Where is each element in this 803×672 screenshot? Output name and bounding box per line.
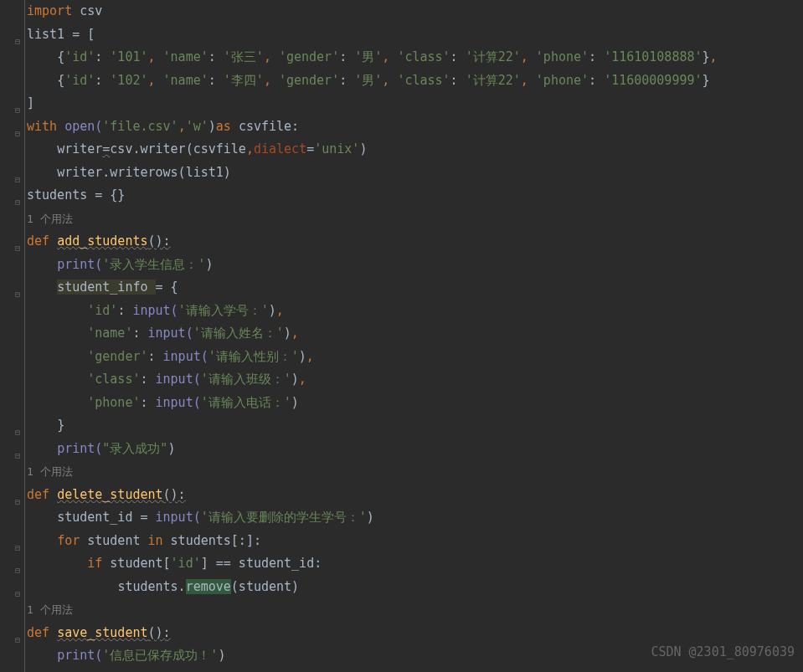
token: 'phone' [536,73,589,88]
fold-icon[interactable]: ⊟ [15,628,20,652]
code-line[interactable]: print("录入成功") [27,438,803,461]
token: { [57,73,64,88]
token: delete_student [57,487,162,502]
token: : [148,349,163,364]
code-line[interactable]: 'name': input('请输入姓名：'), [27,322,803,346]
code-line[interactable]: 1 个用法 [27,598,803,622]
code-editor[interactable]: ⊟⊟⊟⊟⊟⊟⊟⊟⊟⊟⊟⊟⊟⊟ import csvlist1 = [ {'id'… [0,0,803,672]
token: input( [148,326,193,341]
token: print( [57,648,102,663]
token: 1 个用法 [27,213,73,225]
token: ) [284,326,291,341]
code-line[interactable]: writer=csv.writer(csvfile,dialect='unix'… [27,138,803,162]
token: input( [156,395,201,410]
token: '11600009999' [604,73,702,88]
code-line[interactable]: 'id': input('请输入学号：'), [27,300,803,323]
token: remove [186,579,231,594]
token: 'gender' [87,349,147,364]
token: input( [163,349,208,364]
fold-icon[interactable]: ⊟ [15,237,20,260]
token: : [589,73,604,88]
fold-icon[interactable]: ⊟ [15,283,20,306]
token: input( [156,510,201,525]
token: , [291,326,299,341]
token: , [276,303,284,318]
fold-icon[interactable]: ⊟ [15,122,20,146]
code-line[interactable]: def add_students(): [27,230,803,254]
code-line[interactable]: if student['id'] == student_id: [27,552,803,576]
token: , [710,49,718,64]
token: '男' [354,73,382,88]
token: '张三' [224,49,264,64]
token: 'class' [397,73,450,88]
token: 'gender' [279,49,339,64]
code-line[interactable]: 1 个用法 [27,460,803,484]
code-line[interactable]: } [27,414,803,438]
fold-icon[interactable]: ⊟ [15,536,20,560]
fold-icon[interactable]: ⊟ [15,30,20,54]
fold-icon[interactable]: ⊟ [15,99,20,122]
token: , [246,141,254,156]
fold-icon[interactable]: ⊟ [15,421,20,444]
code-line[interactable]: student_info = { [27,276,803,300]
token: students[:]: [171,533,261,548]
token: '请输入学号：' [178,303,269,318]
fold-icon[interactable]: ⊟ [15,582,20,606]
token: 'gender' [279,73,339,88]
fold-icon[interactable]: ⊟ [15,490,20,514]
code-line[interactable]: writer.writerows(list1) [27,162,803,185]
code-line[interactable]: for student in students[:]: [27,530,803,553]
token: '计算22' [466,73,521,88]
fold-icon[interactable]: ⊟ [15,168,20,192]
token: import [27,3,80,18]
fold-icon[interactable]: ⊟ [15,559,20,582]
token: '11610108888' [604,49,702,64]
code-line[interactable]: import csv [27,0,803,23]
token: , [299,372,306,387]
code-line[interactable]: 'class': input('请输入班级：'), [27,368,803,392]
token: , [148,49,163,64]
fold-icon[interactable]: ⊟ [15,444,20,468]
token: ) [299,349,306,364]
code-line[interactable]: def delete_student(): [27,484,803,507]
token: writer [57,141,102,156]
token: } [703,73,710,88]
code-line[interactable]: students.remove(student) [27,576,803,599]
token: 'unix' [314,141,359,156]
code-line[interactable]: 1 个用法 [27,208,803,231]
token: { [57,49,64,64]
fold-icon[interactable]: ⊟ [15,191,20,214]
token: 'id' [171,556,201,571]
code-line[interactable]: list1 = [ [27,23,803,47]
token: '信息已保存成功！' [102,648,218,663]
token: : [140,395,155,410]
token: 1 个用法 [27,465,73,478]
token: , [382,49,397,64]
code-line[interactable]: ] [27,92,803,115]
token: 'id' [87,303,117,318]
code-line[interactable]: students = {} [27,184,803,208]
code-line[interactable]: 'phone': input('请输入电话：') [27,392,803,415]
code-line[interactable]: 'gender': input('请输入性别：'), [27,346,803,369]
token: : [208,49,224,64]
token: '请输入姓名：' [193,326,284,341]
token: students = {} [27,187,125,203]
token: student_id = [57,510,155,525]
code-line[interactable]: student_id = input('请输入要删除的学生学号：') [27,506,803,530]
watermark: CSDN @2301_80976039 [651,641,795,664]
code-line[interactable]: {'id': '102', 'name': '李四', 'gender': '男… [27,69,803,93]
token: (): [163,487,186,502]
token: 'w' [186,119,208,134]
token: ) [367,510,374,525]
token: def [27,233,57,249]
token: student_info [57,280,155,295]
token: : [140,372,155,387]
code-line[interactable]: {'id': '101', 'name': '张三', 'gender': '男… [27,46,803,69]
token: , [521,73,536,88]
code-line[interactable]: print('录入学生信息：') [27,254,803,277]
token: 'phone' [87,395,140,410]
token: ] [27,95,34,110]
code-area[interactable]: import csvlist1 = [ {'id': '101', 'name'… [25,0,803,672]
token: for [57,533,87,548]
code-line[interactable]: with open('file.csv','w')as csvfile: [27,115,803,139]
